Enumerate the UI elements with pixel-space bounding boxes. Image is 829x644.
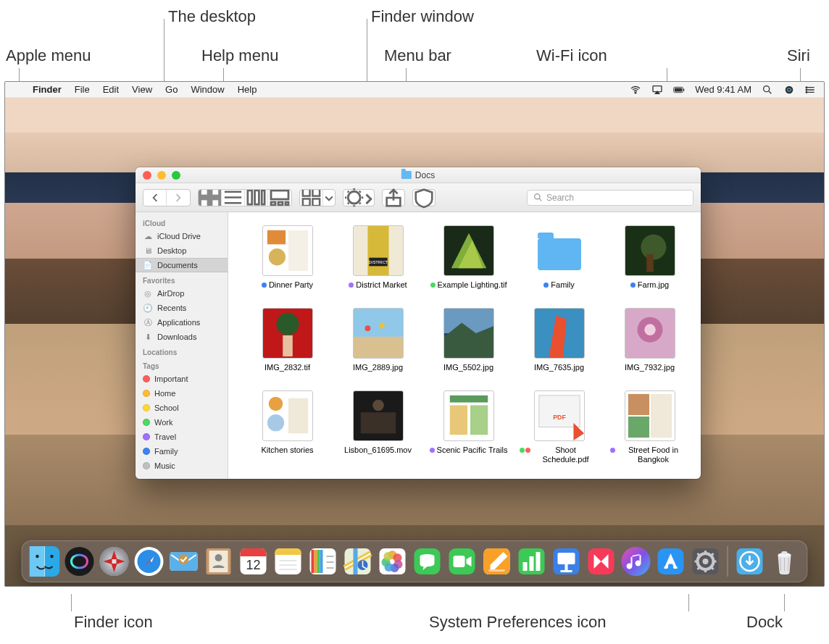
dock-pages[interactable] — [481, 545, 513, 577]
view-gallery-button[interactable] — [268, 190, 291, 206]
dock-numbers[interactable] — [516, 545, 548, 577]
share-button[interactable] — [382, 189, 405, 206]
file-item[interactable]: Farm.jpg — [608, 225, 691, 290]
spotlight-icon[interactable] — [762, 84, 773, 96]
dock-mail[interactable] — [168, 545, 200, 577]
airplay-icon[interactable] — [651, 84, 663, 96]
menu-file[interactable]: File — [68, 82, 96, 98]
sidebar-item[interactable]: Music — [136, 459, 228, 473]
file-item[interactable]: IMG_7635.jpg — [517, 308, 601, 373]
tag-dot-icon — [143, 375, 150, 382]
sidebar-item[interactable]: Home — [136, 386, 228, 401]
view-column-button[interactable] — [245, 190, 268, 206]
search-field[interactable]: Search — [527, 190, 693, 206]
menu-go[interactable]: Go — [159, 82, 184, 98]
arrange-dropdown[interactable] — [323, 190, 335, 206]
svg-point-11 — [806, 89, 807, 91]
dock-photos[interactable] — [377, 545, 409, 577]
sidebar-item[interactable]: Family — [136, 444, 228, 459]
macos-screen: Finder File Edit View Go Window Help Wed… — [4, 81, 825, 587]
file-item[interactable]: Dinner Party — [246, 225, 329, 290]
file-item[interactable]: IMG_7932.jpg — [608, 308, 691, 373]
sidebar-header: Favorites — [136, 272, 228, 286]
dock-messages[interactable] — [412, 545, 443, 577]
sidebar-item[interactable]: ☁︎iCloud Drive — [136, 229, 228, 243]
file-label: Family — [543, 280, 574, 290]
window-close-button[interactable] — [143, 171, 151, 180]
file-item[interactable]: IMG_2832.tif — [246, 308, 329, 373]
window-minimize-button[interactable] — [157, 171, 166, 180]
menubar-app-name[interactable]: Finder — [26, 82, 68, 98]
dock-calendar[interactable]: 12 — [238, 545, 270, 577]
file-item[interactable]: Street Food in Bangkok — [608, 390, 691, 466]
file-item[interactable]: Example Lighting.tif — [427, 225, 510, 290]
file-item[interactable]: IMG_2889.jpg — [336, 308, 420, 373]
menu-help[interactable]: Help — [231, 82, 264, 98]
svg-rect-15 — [201, 200, 207, 206]
svg-point-31 — [348, 191, 360, 204]
sidebar-item[interactable]: ◎AirDrop — [136, 286, 228, 301]
dock-news[interactable] — [586, 545, 617, 577]
sidebar-item[interactable]: ⒶApplications — [136, 315, 228, 330]
svg-point-90 — [215, 554, 222, 561]
arrange-button[interactable] — [300, 190, 323, 206]
nav-back-button[interactable] — [143, 190, 167, 206]
finder-titlebar[interactable]: Docs — [136, 167, 701, 183]
file-item[interactable]: IMG_5502.jpg — [427, 308, 510, 373]
dock-keynote[interactable] — [551, 545, 583, 577]
sidebar-item[interactable]: Important — [136, 372, 228, 386]
file-item[interactable]: PDFShoot Schedule.pdf — [517, 390, 601, 466]
finder-window[interactable]: Docs Search — [136, 167, 701, 479]
dock-facetime[interactable] — [446, 545, 478, 577]
view-icon-button[interactable] — [199, 190, 222, 206]
menu-view[interactable]: View — [125, 82, 159, 98]
sidebar-item[interactable]: School — [136, 401, 228, 415]
tags-button[interactable] — [412, 189, 436, 206]
dock-appstore[interactable] — [655, 545, 687, 577]
siri-menubar-icon[interactable] — [783, 84, 795, 96]
file-item[interactable]: Kitchen stories — [246, 390, 329, 466]
window-zoom-button[interactable] — [172, 171, 180, 180]
notification-center-icon[interactable] — [805, 84, 817, 96]
nav-forward-button[interactable] — [167, 190, 190, 206]
sidebar-item-label: Work — [154, 418, 172, 427]
view-list-button[interactable] — [222, 190, 245, 206]
dock-reminders[interactable] — [307, 545, 339, 577]
dock-trash[interactable] — [769, 545, 801, 577]
svg-rect-48 — [283, 335, 293, 356]
svg-line-146 — [712, 553, 714, 556]
sidebar-item[interactable]: 🖥Desktop — [136, 243, 228, 258]
sidebar-item[interactable]: Travel — [136, 430, 228, 444]
sidebar-item[interactable]: Work — [136, 415, 228, 430]
menu-window[interactable]: Window — [184, 82, 230, 98]
dock-sysprefs[interactable] — [690, 545, 722, 577]
sidebar-header: Tags — [136, 358, 228, 372]
menubar-clock[interactable]: Wed 9:41 AM — [695, 84, 751, 95]
dock-safari[interactable] — [133, 545, 165, 577]
file-item[interactable]: Lisbon_61695.mov — [336, 390, 420, 466]
svg-point-12 — [806, 91, 807, 93]
sidebar-item[interactable]: 🕘Recents — [136, 301, 228, 315]
dock-notes[interactable] — [272, 545, 304, 577]
dock-finder[interactable] — [29, 545, 61, 577]
dock-contacts[interactable] — [203, 545, 235, 577]
wifi-icon[interactable] — [630, 84, 641, 96]
file-item[interactable]: Scenic Pacific Trails — [427, 390, 510, 466]
dock-siri[interactable] — [64, 545, 96, 577]
svg-rect-130 — [558, 553, 575, 564]
dock[interactable]: 12 — [22, 540, 808, 582]
dock-itunes[interactable] — [620, 545, 652, 577]
battery-icon[interactable] — [673, 84, 685, 96]
sidebar-item[interactable]: 📄Documents — [136, 258, 228, 272]
dock-launchpad[interactable] — [99, 545, 130, 577]
sidebar-item[interactable]: ⬇︎Downloads — [136, 330, 228, 344]
menu-edit[interactable]: Edit — [96, 82, 125, 98]
dock-downloads[interactable] — [734, 545, 766, 577]
file-item[interactable]: DISTRICTDistrict Market — [336, 225, 420, 290]
dock-maps[interactable] — [342, 545, 374, 577]
finder-content[interactable]: Dinner PartyDISTRICTDistrict MarketExamp… — [228, 212, 701, 479]
sidebar-item-label: AirDrop — [157, 289, 184, 298]
file-item[interactable]: Family — [517, 225, 601, 290]
sidebar-item-label: Home — [154, 389, 175, 398]
action-menu-button[interactable] — [343, 189, 375, 206]
